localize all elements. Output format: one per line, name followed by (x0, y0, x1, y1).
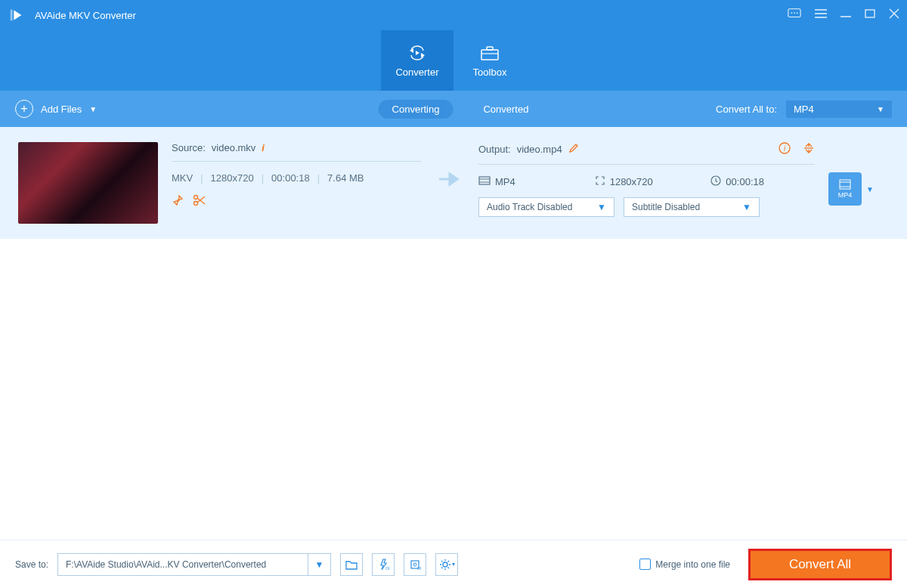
source-column: Source: video.mkv i MKV| 1280x720| 00:00… (172, 142, 421, 209)
svg-point-19 (194, 202, 198, 206)
filmstrip-icon (838, 179, 852, 190)
convert-all-label: Convert All (789, 557, 851, 572)
feedback-icon[interactable] (788, 8, 801, 23)
tab-converter-label: Converter (395, 67, 438, 78)
save-path-value: F:\AVAide Studio\AVAid...KV Converter\Co… (58, 559, 308, 570)
svg-point-2 (791, 12, 793, 14)
plus-icon: + (15, 100, 33, 118)
info-circle-icon[interactable]: i (779, 142, 791, 156)
open-folder-button[interactable] (340, 553, 363, 576)
svg-rect-0 (11, 10, 13, 21)
svg-rect-25 (479, 177, 490, 184)
merge-label: Merge into one file (655, 559, 730, 570)
file-row: Source: video.mkv i MKV| 1280x720| 00:00… (0, 127, 907, 239)
out-resolution: 1280x720 (610, 176, 653, 187)
svg-point-34 (413, 563, 416, 566)
add-files-button[interactable]: + Add Files ▼ (15, 100, 97, 118)
subtitle-value: Subtitle Disabled (632, 202, 700, 212)
source-filename: video.mkv (212, 142, 256, 153)
subtitle-select[interactable]: Subtitle Disabled ▼ (624, 197, 760, 217)
svg-point-18 (194, 196, 198, 200)
out-duration: 00:00:18 (726, 176, 764, 187)
tab-toolbox-label: Toolbox (473, 67, 507, 78)
src-format: MKV (172, 172, 193, 184)
gpu-on-button[interactable]: ON (404, 553, 426, 576)
audio-track-select[interactable]: Audio Track Disabled ▼ (478, 197, 614, 217)
chevron-down-icon: ▼ (742, 202, 751, 212)
audio-track-value: Audio Track Disabled (487, 202, 572, 212)
file-list: Source: video.mkv i MKV| 1280x720| 00:00… (0, 127, 907, 239)
merge-checkbox[interactable] (639, 559, 651, 570)
empty-area (0, 239, 907, 540)
svg-text:i: i (784, 144, 786, 153)
app-logo-icon (8, 6, 26, 24)
convert-all-format-select[interactable]: MP4 ▼ (786, 101, 892, 118)
out-format: MP4 (495, 176, 515, 187)
save-path-box: F:\AVAide Studio\AVAid...KV Converter\Co… (57, 553, 331, 576)
divider (172, 161, 421, 162)
convert-all-button[interactable]: Convert All (748, 549, 892, 580)
svg-point-3 (794, 12, 795, 14)
convert-all-to-label: Convert All to: (716, 104, 777, 115)
svg-rect-15 (481, 50, 498, 60)
svg-rect-9 (865, 10, 874, 17)
chevron-down-icon: ▼ (89, 105, 97, 113)
svg-text:OFF: OFF (385, 566, 389, 571)
video-thumbnail[interactable] (18, 142, 158, 224)
chevron-down-icon: ▼ (597, 202, 606, 212)
svg-text:ON: ON (417, 566, 421, 571)
svg-point-4 (797, 12, 798, 14)
arrow-column (435, 142, 465, 187)
subtab-converted[interactable]: Converted (483, 104, 528, 115)
output-label: Output: (478, 144, 511, 155)
minimize-icon[interactable] (840, 8, 851, 22)
pin-icon[interactable] (172, 194, 184, 209)
settings-button[interactable]: ▾ (435, 553, 458, 576)
src-resolution: 1280x720 (211, 172, 254, 184)
format-badge-label: MP4 (838, 191, 853, 199)
src-duration: 00:00:18 (271, 172, 310, 184)
arrow-right-icon (438, 171, 462, 187)
sub-toolbar: + Add Files ▼ Converting Converted Conve… (0, 91, 907, 127)
app-title: AVAide MKV Converter (35, 10, 788, 21)
scissors-icon[interactable] (193, 194, 206, 209)
output-format-badge[interactable]: MP4 (828, 172, 862, 206)
add-files-label: Add Files (41, 104, 82, 115)
video-icon (478, 176, 491, 187)
titlebar: AVAide MKV Converter (0, 0, 907, 30)
src-filesize: 7.64 MB (327, 172, 364, 184)
compress-icon[interactable] (803, 142, 815, 156)
hw-accel-off-button[interactable]: OFF (372, 553, 395, 576)
svg-rect-29 (840, 180, 850, 189)
maximize-icon[interactable] (865, 8, 875, 22)
format-select-value: MP4 (794, 104, 814, 115)
converter-icon (407, 44, 428, 62)
save-path-dropdown[interactable]: ▼ (308, 554, 330, 575)
format-badge-dropdown[interactable]: ▼ (866, 185, 874, 193)
svg-rect-16 (487, 47, 493, 50)
tab-toolbox[interactable]: Toolbox (454, 30, 526, 91)
clock-icon (710, 175, 721, 188)
resolution-icon (595, 175, 605, 188)
main-tabs: Converter Toolbox (0, 30, 907, 91)
svg-point-36 (443, 562, 447, 567)
save-to-label: Save to: (15, 559, 48, 570)
subtab-converting[interactable]: Converting (379, 100, 454, 119)
chevron-down-icon: ▼ (877, 105, 884, 113)
output-column: Output: video.mp4 i MP4 1280x720 00:00:1… (478, 142, 815, 217)
close-icon[interactable] (889, 8, 899, 22)
menu-icon[interactable] (815, 8, 827, 22)
output-filename: video.mp4 (517, 144, 562, 155)
edit-icon[interactable] (568, 143, 579, 156)
divider (478, 164, 815, 165)
tab-converter[interactable]: Converter (381, 30, 454, 91)
source-label: Source: (172, 142, 206, 153)
bottom-bar: Save to: F:\AVAide Studio\AVAid...KV Con… (0, 540, 907, 588)
svg-marker-14 (416, 51, 419, 55)
info-icon[interactable]: i (262, 142, 265, 153)
toolbox-icon (479, 44, 500, 62)
